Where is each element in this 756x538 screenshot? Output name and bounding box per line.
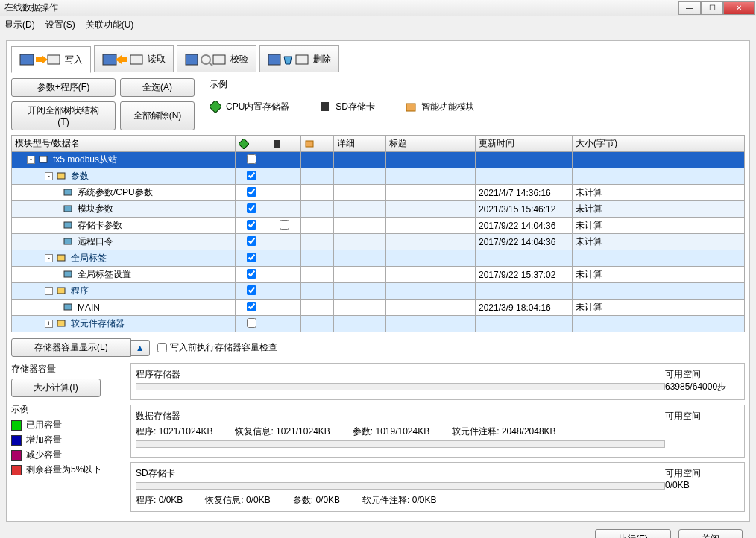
tab-verify[interactable]: 校验 (177, 45, 256, 72)
row-checkbox[interactable] (247, 236, 256, 246)
legend2-title: 示例 (11, 403, 123, 416)
storage-capacity-label: 存储器容量 (11, 363, 123, 376)
row-updated (476, 316, 573, 332)
row-updated: 2021/4/7 14:36:16 (476, 185, 573, 201)
row-size (573, 250, 745, 267)
svg-rect-20 (64, 222, 72, 228)
col-title[interactable]: 标题 (386, 136, 476, 152)
row-size: 未计算 (573, 267, 745, 283)
item-icon (56, 171, 68, 183)
row-name: 软元件存储器 (71, 317, 125, 330)
minimize-button[interactable]: — (678, 1, 701, 15)
tab-write[interactable]: 写入 (11, 46, 91, 73)
swatch-reduced (11, 450, 22, 461)
chevron-up-icon[interactable]: ▲ (131, 340, 150, 356)
row-checkbox-sd[interactable] (280, 220, 289, 230)
expander-icon[interactable]: + (45, 320, 53, 328)
precheck-checkbox[interactable] (157, 343, 167, 352)
row-checkbox[interactable] (247, 203, 256, 213)
size-calc-button[interactable]: 大小计算(I) (11, 379, 101, 397)
col-size[interactable]: 大小(字节) (573, 136, 745, 152)
tab-delete[interactable]: 删除 (259, 45, 339, 72)
svg-rect-15 (306, 141, 313, 147)
table-row[interactable]: 系统参数/CPU参数2021/4/7 14:36:16未计算 (12, 185, 745, 201)
table-row[interactable]: 远程口令2017/9/22 14:04:36未计算 (12, 234, 745, 250)
row-updated: 2021/3/15 15:46:12 (476, 201, 573, 218)
svg-rect-9 (296, 55, 308, 64)
row-checkbox[interactable] (247, 269, 256, 279)
close-dialog-button[interactable]: 关闭 (678, 529, 743, 538)
table-row[interactable]: MAIN2021/3/9 18:04:16未计算 (12, 300, 745, 316)
menu-settings[interactable]: 设置(S) (45, 19, 75, 31)
sd-storage-box: SD存储卡 程序: 0/0KB 恢复信息: 0/0KB 参数: 0/0KB 软元… (130, 462, 745, 512)
maximize-button[interactable]: ☐ (701, 1, 723, 15)
table-row[interactable]: -程序 (12, 283, 745, 300)
row-checkbox[interactable] (247, 253, 256, 262)
table-row[interactable]: 存储卡参数2017/9/22 14:04:36未计算 (12, 218, 745, 234)
program-bar (136, 383, 665, 390)
menu-related[interactable]: 关联功能(U) (86, 19, 134, 31)
execute-button[interactable]: 执行(E) (595, 529, 671, 538)
svg-rect-11 (321, 102, 329, 111)
deselect-all-button[interactable]: 全部解除(N) (120, 101, 195, 130)
titlebar: 在线数据操作 — ☐ ✕ (0, 0, 756, 16)
svg-rect-18 (64, 189, 72, 195)
table-row[interactable]: -fx5 modbus从站 (12, 152, 745, 168)
row-size: 未计算 (573, 300, 745, 316)
expander-icon[interactable]: - (45, 172, 53, 180)
row-checkbox[interactable] (247, 302, 256, 311)
menu-display[interactable]: 显示(D) (4, 19, 35, 31)
row-checkbox[interactable] (247, 154, 256, 164)
toggle-tree-button[interactable]: 开闭全部树状结构(T) (11, 101, 116, 130)
sd-icon (319, 101, 331, 113)
expander-icon[interactable]: - (27, 156, 35, 164)
row-checkbox[interactable] (247, 285, 256, 295)
item-icon (63, 269, 75, 281)
table-row[interactable]: -参数 (12, 168, 745, 185)
svg-rect-12 (406, 104, 415, 111)
row-updated: 2017/9/22 14:04:36 (476, 218, 573, 234)
swatch-used (11, 420, 22, 431)
svg-rect-10 (210, 101, 221, 113)
row-updated (476, 250, 573, 267)
row-updated: 2017/9/22 15:37:02 (476, 267, 573, 283)
item-icon (63, 220, 75, 232)
select-all-button[interactable]: 全选(A) (120, 78, 195, 97)
precheck-label[interactable]: 写入前执行存储器容量检查 (157, 341, 277, 354)
table-row[interactable]: -全局标签 (12, 250, 745, 267)
row-size: 未计算 (573, 234, 745, 250)
col-module-icon (301, 136, 334, 152)
row-checkbox[interactable] (247, 318, 256, 328)
col-updated[interactable]: 更新时间 (476, 136, 573, 152)
row-name: 程序 (71, 285, 89, 297)
col-detail[interactable]: 详细 (334, 136, 386, 152)
menubar: 显示(D) 设置(S) 关联功能(U) (0, 16, 756, 34)
tab-bar: 写入 读取 校验 删除 (11, 45, 745, 72)
row-name: 参数 (71, 170, 89, 183)
svg-rect-26 (57, 320, 65, 326)
table-row[interactable]: 模块参数2021/3/15 15:46:12未计算 (12, 201, 745, 218)
item-icon (63, 187, 75, 199)
row-size (573, 316, 745, 332)
row-checkbox[interactable] (247, 187, 256, 197)
data-bar (136, 440, 665, 448)
expander-icon[interactable]: - (45, 287, 53, 295)
row-checkbox[interactable] (247, 171, 256, 180)
row-updated: 2021/3/9 18:04:16 (476, 300, 573, 316)
col-name[interactable]: 模块型号/数据名 (12, 136, 236, 152)
verify-icon (185, 51, 226, 68)
close-button[interactable]: ✕ (723, 1, 755, 15)
table-row[interactable]: +软元件存储器 (12, 316, 745, 332)
row-size: 未计算 (573, 201, 745, 218)
svg-rect-3 (130, 55, 142, 64)
storage-display-button[interactable]: 存储器容量显示(L) ▲ (11, 338, 150, 357)
table-row[interactable]: 全局标签设置2017/9/22 15:37:02未计算 (12, 267, 745, 283)
svg-rect-24 (57, 288, 65, 294)
param-program-button[interactable]: 参数+程序(F) (11, 78, 116, 97)
svg-rect-14 (274, 140, 280, 148)
expander-icon[interactable]: - (45, 254, 53, 262)
row-checkbox[interactable] (247, 220, 256, 230)
item-icon (56, 318, 68, 330)
row-updated (476, 283, 573, 300)
tab-read[interactable]: 读取 (94, 45, 174, 72)
